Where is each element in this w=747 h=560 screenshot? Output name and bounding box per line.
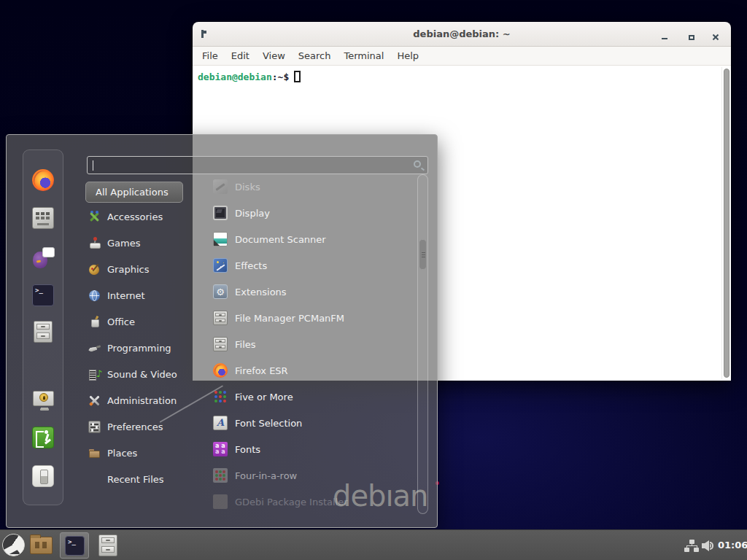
app-files[interactable]: Files	[213, 334, 425, 354]
menu-edit[interactable]: Edit	[225, 47, 256, 65]
app-file-manager-pcmanfm[interactable]: File Manager PCManFM	[213, 308, 425, 328]
games-icon-detail	[93, 237, 97, 241]
app-display[interactable]: Display	[213, 203, 425, 223]
network-node	[684, 548, 689, 552]
app-gdebi-package-installer[interactable]: GDebi Package Installer	[213, 491, 425, 512]
file-cabinet-drawer	[36, 332, 50, 338]
log-out-button[interactable]	[32, 427, 54, 448]
panel-clock[interactable]: 01:06	[718, 540, 747, 551]
extensions-gear-icon: ⚙	[213, 284, 228, 299]
app-disks[interactable]: Disks	[213, 176, 425, 197]
games-icon	[88, 237, 101, 249]
effects-wand-icon	[213, 258, 228, 273]
accessories-icon-detail	[90, 211, 93, 214]
network-tray-icon[interactable]	[684, 540, 700, 553]
cabinet-drawer	[215, 319, 225, 322]
category-label: Accessories	[107, 211, 163, 222]
category-label: Programming	[107, 343, 171, 354]
category-accessories[interactable]: Accessories	[88, 207, 204, 226]
category-preferences[interactable]: Preferences	[88, 417, 204, 436]
app-label: Extensions	[235, 287, 287, 298]
app-font-selection[interactable]: AFont Selection	[213, 413, 425, 433]
app-label: GDebi Package Installer	[235, 497, 348, 508]
app-firefox-esr[interactable]: Firefox ESR	[213, 360, 425, 381]
terminal-mini-icon	[201, 30, 204, 38]
terminal-icon	[65, 536, 85, 556]
category-office[interactable]: Office	[88, 312, 204, 331]
firefox-icon	[213, 363, 228, 378]
favorite-firefox[interactable]	[32, 169, 54, 191]
category-label: Internet	[107, 290, 145, 301]
lock-screen-button[interactable]	[32, 389, 54, 411]
logout-figure	[44, 439, 51, 445]
app-label: Document Scanner	[235, 234, 326, 245]
administration-tools-icon	[88, 394, 101, 407]
menu-button[interactable]	[2, 534, 25, 556]
volume-tray-icon[interactable]	[702, 539, 716, 552]
terminal-menubar: File Edit View Search Terminal Help	[193, 47, 731, 66]
category-recent-files[interactable]: Recent Files	[88, 470, 204, 489]
network-node	[694, 548, 699, 552]
category-label: Administration	[107, 395, 177, 406]
favorite-software[interactable]	[32, 207, 54, 229]
terminal-scrollbar-thumb[interactable]	[724, 69, 729, 378]
menu-file[interactable]: File	[196, 47, 225, 65]
graphics-icon-detail	[91, 268, 93, 270]
menu-search-box	[87, 156, 428, 174]
menu-terminal[interactable]: Terminal	[337, 47, 390, 65]
terminal-titlebar[interactable]: debian@debian: ~	[193, 22, 731, 47]
app-extensions[interactable]: ⚙Extensions	[213, 281, 425, 302]
category-all-applications[interactable]: All Applications	[85, 182, 183, 203]
terminal-cursor	[294, 71, 301, 82]
close-button[interactable]	[712, 34, 719, 41]
minimize-button[interactable]	[662, 38, 667, 39]
menu-scrollbar-track[interactable]	[417, 174, 428, 514]
disks-icon	[213, 179, 228, 194]
app-label: Effects	[235, 260, 267, 271]
dots-grid	[214, 391, 217, 394]
gdebi-icon	[213, 494, 228, 509]
favorite-pidgin[interactable]	[32, 247, 54, 269]
app-five-or-more[interactable]: Five or More	[213, 386, 425, 407]
app-fonts[interactable]: Fonts	[213, 439, 425, 459]
menu-help[interactable]: Help	[390, 47, 425, 65]
app-four-in-a-row[interactable]: Four-in-a-row	[213, 465, 425, 486]
maximize-button[interactable]	[689, 35, 694, 40]
menu-view[interactable]: View	[256, 47, 292, 65]
taskbar-terminal-button[interactable]	[60, 532, 89, 559]
search-input[interactable]	[88, 157, 427, 174]
category-programming[interactable]: Programming	[88, 338, 204, 357]
cabinet-drawer	[215, 313, 225, 316]
search-caret	[93, 160, 93, 171]
network-link	[686, 545, 687, 548]
logout-exit-icon	[44, 430, 48, 434]
favorite-file-manager[interactable]	[34, 321, 53, 343]
dots-grid	[215, 470, 218, 473]
category-places[interactable]: Places	[88, 443, 204, 462]
preferences-sliders-icon	[88, 421, 101, 433]
shut-down-button[interactable]	[32, 465, 54, 487]
fonts-icon	[213, 442, 228, 456]
menu-scrollbar-thumb[interactable]	[419, 239, 427, 270]
scanner-icon	[213, 232, 228, 246]
desktop-folder-launcher[interactable]	[30, 537, 53, 554]
file-cabinet-icon	[101, 537, 115, 543]
app-label: Files	[235, 339, 256, 350]
app-label: Display	[235, 208, 270, 219]
category-internet[interactable]: Internet	[88, 286, 204, 305]
app-label: Four-in-a-row	[235, 470, 297, 481]
category-label: Sound & Video	[107, 369, 177, 380]
favorite-terminal[interactable]	[32, 284, 54, 306]
terminal-scrollbar[interactable]	[721, 67, 730, 379]
category-label: Places	[107, 448, 137, 459]
taskbar-file-manager-button[interactable]	[98, 534, 117, 556]
category-sound-video[interactable]: Sound & Video	[88, 365, 204, 384]
category-graphics[interactable]: Graphics	[88, 260, 204, 279]
colored-dots-icon	[213, 389, 228, 404]
app-effects[interactable]: Effects	[213, 255, 425, 276]
menu-search[interactable]: Search	[292, 47, 338, 65]
category-label: Office	[107, 316, 135, 327]
app-document-scanner[interactable]: Document Scanner	[213, 229, 425, 249]
globe-icon	[88, 289, 101, 302]
category-games[interactable]: Games	[88, 233, 204, 252]
